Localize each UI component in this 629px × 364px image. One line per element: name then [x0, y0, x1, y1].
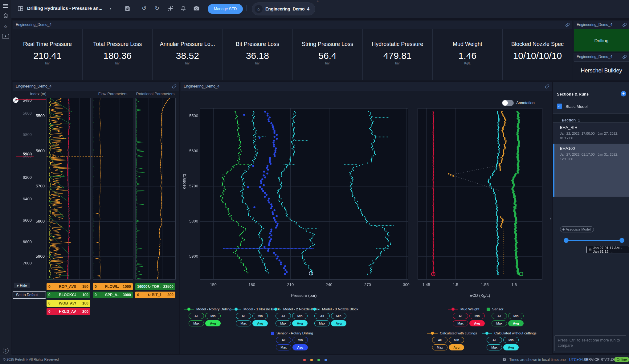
slider-handle-right[interactable]	[619, 238, 624, 243]
legend-pill-all[interactable]: All	[276, 337, 291, 343]
link-icon[interactable]	[622, 55, 627, 59]
legend-pill-min[interactable]: Min	[292, 337, 308, 343]
legend-pill-max[interactable]: Max	[453, 320, 468, 326]
service-status-badge[interactable]: Online	[614, 357, 629, 362]
collapse-topbar-caret[interactable]: ^	[317, 0, 318, 4]
legend-item[interactable]: Model - Rotary DrillingAllMinMaxAvg	[184, 307, 231, 326]
curve-scale-chip[interactable]: 0↻ BIT_REV...200	[135, 292, 175, 298]
kpi-card[interactable]: Mud Weight1.46Kg/L	[432, 29, 502, 80]
kpi-card[interactable]: Blocked Nozzle Spec10/10/10/10	[502, 29, 572, 80]
well-log-tracks-canvas[interactable]	[13, 91, 179, 306]
legend-pill-avg[interactable]: Avg	[449, 344, 464, 350]
dashboard-grid-icon[interactable]	[18, 6, 23, 11]
curve-scale-chip[interactable]: 0FLOWI...1000	[93, 283, 133, 290]
bookmark-star-icon[interactable]: ★	[0, 34, 11, 39]
curve-scale-chip[interactable]: 0ROP_AVG...150	[47, 283, 90, 290]
legend-pill-all[interactable]: All	[189, 313, 204, 319]
footer-status-dot[interactable]	[325, 359, 327, 361]
dashboard-caret-icon[interactable]: ▾	[110, 7, 111, 10]
camera-icon[interactable]	[194, 6, 199, 11]
notifications-bell-icon[interactable]	[181, 6, 186, 11]
run-time-slider[interactable]	[564, 238, 624, 243]
dashboard-title[interactable]: Drilling Hydraulics - Pressure an...	[27, 6, 102, 11]
footer-status-dot[interactable]	[317, 359, 320, 361]
kpi-card[interactable]: Annular Pressure Lo...38.52bar	[152, 29, 222, 80]
slider-handle-left[interactable]	[564, 238, 569, 243]
kpi-card[interactable]: Hydrostatic Pressure479.81bar	[362, 29, 432, 80]
legend-pill-min[interactable]: Min	[331, 313, 346, 319]
legend-pill-all[interactable]: All	[236, 313, 251, 319]
static-model-checkbox[interactable]: ✓	[557, 104, 562, 109]
legend-pill-all[interactable]: All	[453, 313, 468, 319]
legend-pill-all[interactable]: All	[432, 337, 447, 343]
legend-item[interactable]: Calculated with cuttingsAllMinMaxAvg	[427, 331, 477, 350]
sidebar-collapse-chevron-icon[interactable]: ›	[550, 216, 551, 221]
ai-sparkle-icon[interactable]	[168, 6, 174, 11]
legend-pill-max[interactable]: Max	[487, 344, 502, 350]
link-icon[interactable]	[172, 84, 177, 89]
kpi-card[interactable]: String Pressure Loss56.4bar	[292, 29, 362, 80]
legend-pill-min[interactable]: Min	[503, 337, 519, 343]
hide-button[interactable]: ▸ Hide	[14, 283, 30, 288]
legend-item[interactable]: SensorAllMinMaxAvg	[487, 307, 524, 326]
footer-status-dot[interactable]	[310, 359, 313, 361]
legend-pill-avg[interactable]: Avg	[469, 320, 485, 326]
slider-track[interactable]	[564, 240, 624, 241]
legend-pill-avg[interactable]: Avg	[503, 344, 519, 350]
legend-pill-avg[interactable]: Avg	[292, 344, 308, 350]
legend-item[interactable]: Sensor - Rotary DrillingAllMinMaxAvg	[271, 331, 313, 350]
redo-icon[interactable]: ↻	[155, 5, 159, 12]
legend-item[interactable]: Mud WeightAllMinMaxAvg	[448, 307, 485, 326]
well-selector[interactable]: ⌂ Engineering_Demo_4	[252, 3, 315, 15]
legend-pill-avg[interactable]: Avg	[508, 320, 524, 326]
legend-pill-all[interactable]: All	[314, 313, 330, 319]
legend-item[interactable]: Model - 3 Nozzle BlockAllMinMaxAvg	[309, 307, 358, 326]
legend-pill-min[interactable]: Min	[252, 313, 268, 319]
legend-pill-max[interactable]: Max	[492, 320, 507, 326]
legend-pill-avg[interactable]: Avg	[252, 320, 268, 326]
help-icon[interactable]: ?	[0, 348, 11, 354]
legend-pill-max[interactable]: Max	[236, 320, 251, 326]
legend-pill-all[interactable]: All	[276, 313, 291, 319]
kpi-card[interactable]: Bit Pressure Loss36.18bar	[222, 29, 292, 80]
save-icon[interactable]	[125, 6, 130, 11]
legend-pill-max[interactable]: Max	[314, 320, 330, 326]
legend-pill-max[interactable]: Max	[189, 320, 204, 326]
menu-icon[interactable]	[0, 4, 11, 8]
legend-pill-min[interactable]: Min	[292, 313, 308, 319]
legend-pill-max[interactable]: Max	[276, 320, 291, 326]
home-icon[interactable]	[0, 13, 11, 18]
legend-pill-min[interactable]: Min	[469, 313, 485, 319]
link-icon[interactable]	[565, 22, 570, 27]
curve-scale-chip[interactable]: 0BLOCKCO...100	[47, 292, 90, 298]
run-item[interactable]: BHA_RIHJan 22, 2022, 17:00:00 - Jan 27, …	[553, 123, 629, 143]
curve-scale-chip[interactable]: 0HKLD_AV...200	[47, 308, 90, 315]
legend-pill-max[interactable]: Max	[432, 344, 447, 350]
legend-pill-max[interactable]: Max	[276, 344, 291, 350]
curve-scale-chip[interactable]: 0WOB_AVG...100	[47, 300, 90, 307]
legend-pill-min[interactable]: Min	[449, 337, 464, 343]
add-section-button[interactable]: +	[621, 91, 626, 96]
undo-icon[interactable]: ↺	[142, 5, 146, 12]
footer-status-dot[interactable]	[303, 359, 306, 361]
legend-pill-min[interactable]: Min	[205, 313, 221, 319]
curve-scale-chip[interactable]: 0SPP_A...3000	[93, 292, 133, 298]
section-header[interactable]: ▾ Section_1	[553, 113, 629, 123]
legend-pill-min[interactable]: Min	[508, 313, 524, 319]
legend-pill-avg[interactable]: Avg	[292, 320, 308, 326]
favorites-star-icon[interactable]: ☆	[0, 24, 11, 30]
associate-model-button[interactable]: ⊕ Associate Model	[560, 226, 594, 232]
date-range-chip[interactable]: Jan 27 01:17 AM - Jan 31 12: ...	[586, 246, 629, 253]
kpi-card[interactable]: Real Time Pressure210.41bar	[13, 29, 82, 80]
legend-pill-avg[interactable]: Avg	[331, 320, 346, 326]
legend-item[interactable]: Calculated without cuttingsAllMinMaxAvg	[482, 331, 537, 350]
link-icon[interactable]	[545, 84, 549, 89]
run-item-selected[interactable]: BHA100Jan 27, 2022, 01:17:00 - Jan 31, 2…	[553, 144, 629, 197]
legend-pill-all[interactable]: All	[492, 313, 507, 319]
set-to-default-button[interactable]: Set to Default ...	[13, 291, 46, 299]
link-icon[interactable]	[622, 22, 627, 27]
pressure-ecd-scatter-canvas[interactable]	[181, 91, 552, 307]
kpi-card[interactable]: Total Pressure Loss180.36bar	[82, 29, 152, 80]
legend-pill-avg[interactable]: Avg	[205, 320, 221, 326]
manage-sed-button[interactable]: Manage SED	[208, 4, 243, 14]
